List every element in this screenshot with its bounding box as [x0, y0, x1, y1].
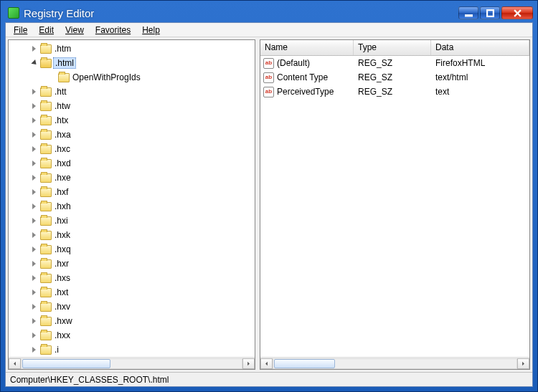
tree-item[interactable]: .htt: [9, 85, 255, 99]
tree-item[interactable]: .hxe: [9, 171, 255, 185]
tree-item-label: .htt: [55, 87, 67, 97]
tree-item[interactable]: .hxh: [9, 199, 255, 214]
chevron-right-icon[interactable]: [30, 174, 37, 181]
chevron-down-icon[interactable]: [30, 59, 37, 67]
column-header-data[interactable]: Data: [431, 40, 529, 55]
scroll-thumb[interactable]: [22, 359, 110, 368]
window-frame: Registry Editor File Edit View Favorites…: [0, 0, 538, 392]
regedit-icon: [8, 7, 19, 19]
chevron-right-icon[interactable]: [30, 260, 37, 267]
folder-icon: [40, 87, 52, 97]
chevron-right-icon[interactable]: [30, 274, 37, 282]
list-header: Name Type Data: [260, 40, 529, 56]
tree-item-label: OpenWithProgIds: [72, 72, 141, 82]
tree-item-label: .hxt: [55, 287, 68, 297]
tree-item[interactable]: .hxd: [9, 156, 255, 171]
list-view[interactable]: ab(Default)REG_SZFirefoxHTMLabContent Ty…: [260, 56, 529, 357]
tree-item[interactable]: .hxx: [9, 328, 255, 343]
chevron-right-icon[interactable]: [30, 203, 37, 210]
scroll-track[interactable]: [21, 358, 242, 369]
chevron-right-icon[interactable]: [30, 332, 37, 339]
menu-favorites[interactable]: Favorites: [90, 24, 136, 36]
folder-icon: [40, 59, 52, 68]
tree-item[interactable]: .htw: [9, 99, 255, 113]
window-controls: [458, 6, 534, 19]
folder-icon: [40, 130, 52, 140]
tree-item[interactable]: .hxv: [9, 300, 255, 314]
tree-view[interactable]: .htm.htmlOpenWithProgIds.htt.htw.htx.hxa…: [9, 40, 255, 357]
tree-item[interactable]: .html: [9, 56, 255, 70]
split-panes: .htm.htmlOpenWithProgIds.htt.htw.htx.hxa…: [6, 37, 532, 372]
folder-icon: [40, 116, 52, 125]
status-path: Computer\HKEY_CLASSES_ROOT\.html: [10, 375, 169, 385]
tree-item[interactable]: .hxt: [9, 285, 255, 300]
scroll-right-button[interactable]: [242, 358, 255, 369]
titlebar[interactable]: Registry Editor: [4, 4, 534, 22]
tree-item-label: .htm: [55, 44, 71, 54]
chevron-right-icon[interactable]: [30, 45, 37, 52]
scroll-track[interactable]: [273, 358, 517, 369]
value-data: FirefoxHTML: [431, 58, 529, 68]
chevron-right-icon[interactable]: [30, 145, 37, 153]
tree-item-label: .hxi: [55, 216, 68, 226]
list-hscrollbar[interactable]: [260, 357, 529, 369]
string-value-icon: ab: [263, 87, 274, 97]
window-title: Registry Editor: [24, 7, 94, 19]
scroll-left-button[interactable]: [260, 358, 273, 369]
client-area: File Edit View Favorites Help .htm.htmlO…: [5, 22, 533, 387]
tree-hscrollbar[interactable]: [9, 357, 255, 369]
chevron-right-icon[interactable]: [30, 188, 37, 196]
tree-item[interactable]: .hxf: [9, 185, 255, 199]
tree-item[interactable]: .hxa: [9, 128, 255, 142]
chevron-right-icon[interactable]: [30, 346, 37, 353]
menu-edit[interactable]: Edit: [34, 24, 59, 36]
chevron-right-icon[interactable]: [30, 117, 37, 124]
list-row[interactable]: abContent TypeREG_SZtext/html: [260, 70, 529, 85]
list-row[interactable]: abPerceivedTypeREG_SZtext: [260, 85, 529, 99]
string-value-icon: ab: [263, 58, 274, 69]
close-button[interactable]: [501, 6, 533, 19]
chevron-right-icon[interactable]: [30, 289, 37, 296]
list-row[interactable]: ab(Default)REG_SZFirefoxHTML: [260, 56, 529, 70]
chevron-right-icon[interactable]: [30, 317, 37, 325]
tree-item[interactable]: .hxi: [9, 214, 255, 228]
menu-view[interactable]: View: [60, 24, 89, 36]
folder-icon: [40, 259, 52, 269]
chevron-right-icon[interactable]: [30, 88, 37, 95]
chevron-right-icon[interactable]: [30, 160, 37, 167]
tree-item[interactable]: .hxs: [9, 271, 255, 285]
scroll-left-button[interactable]: [9, 358, 21, 369]
folder-icon: [40, 145, 52, 154]
column-header-name[interactable]: Name: [260, 40, 354, 55]
value-name: Content Type: [277, 72, 328, 82]
tree-item[interactable]: .hxc: [9, 142, 255, 156]
scroll-right-button[interactable]: [517, 358, 529, 369]
menu-help[interactable]: Help: [137, 24, 165, 36]
tree-item[interactable]: .htm: [9, 42, 255, 56]
folder-icon: [40, 44, 52, 54]
folder-icon: [40, 102, 52, 111]
tree-item[interactable]: .i: [9, 343, 255, 357]
column-header-type[interactable]: Type: [354, 40, 431, 55]
values-pane: Name Type Data ab(Default)REG_SZFirefoxH…: [260, 39, 530, 370]
folder-icon: [40, 173, 52, 183]
tree-item[interactable]: OpenWithProgIds: [9, 70, 255, 85]
chevron-right-icon[interactable]: [30, 303, 37, 310]
chevron-right-icon[interactable]: [30, 246, 37, 253]
tree-item-label: .hxq: [55, 244, 71, 254]
tree-item[interactable]: .hxk: [9, 228, 255, 242]
value-data: text/html: [431, 72, 529, 82]
tree-item[interactable]: .htx: [9, 113, 255, 128]
folder-icon: [40, 302, 52, 312]
maximize-button[interactable]: [480, 6, 500, 19]
menu-file[interactable]: File: [9, 24, 32, 36]
chevron-right-icon[interactable]: [30, 131, 37, 138]
tree-item[interactable]: .hxw: [9, 314, 255, 328]
tree-item[interactable]: .hxr: [9, 257, 255, 271]
chevron-right-icon[interactable]: [30, 231, 37, 239]
tree-item[interactable]: .hxq: [9, 242, 255, 257]
chevron-right-icon[interactable]: [30, 102, 37, 110]
scroll-thumb[interactable]: [274, 359, 335, 368]
minimize-button[interactable]: [458, 6, 478, 19]
chevron-right-icon[interactable]: [30, 217, 37, 224]
